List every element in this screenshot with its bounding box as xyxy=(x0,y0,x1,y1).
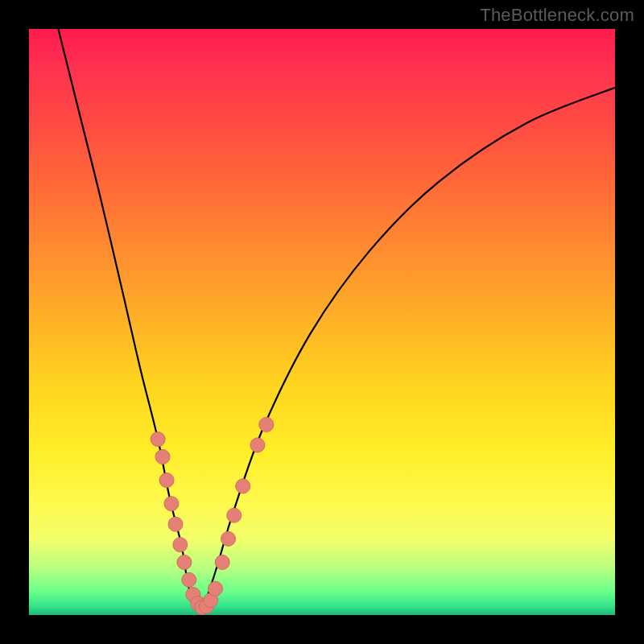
data-marker xyxy=(182,572,196,587)
data-marker xyxy=(227,508,242,522)
data-markers xyxy=(151,417,274,614)
chart-svg xyxy=(29,29,615,615)
data-marker xyxy=(164,497,179,511)
chart-frame: TheBottleneck.com xyxy=(0,0,644,644)
data-marker xyxy=(177,555,192,569)
data-marker xyxy=(159,473,174,488)
data-marker xyxy=(236,479,250,493)
watermark-text: TheBottleneck.com xyxy=(480,5,634,26)
data-marker xyxy=(208,581,223,596)
data-marker xyxy=(215,555,229,569)
data-marker xyxy=(151,432,165,447)
data-marker xyxy=(259,417,274,431)
data-marker xyxy=(155,449,170,464)
data-marker xyxy=(168,517,183,531)
data-marker xyxy=(250,438,265,452)
plot-area xyxy=(29,29,615,615)
data-marker xyxy=(221,531,236,546)
bottleneck-curve xyxy=(58,29,615,609)
data-marker xyxy=(173,538,188,552)
